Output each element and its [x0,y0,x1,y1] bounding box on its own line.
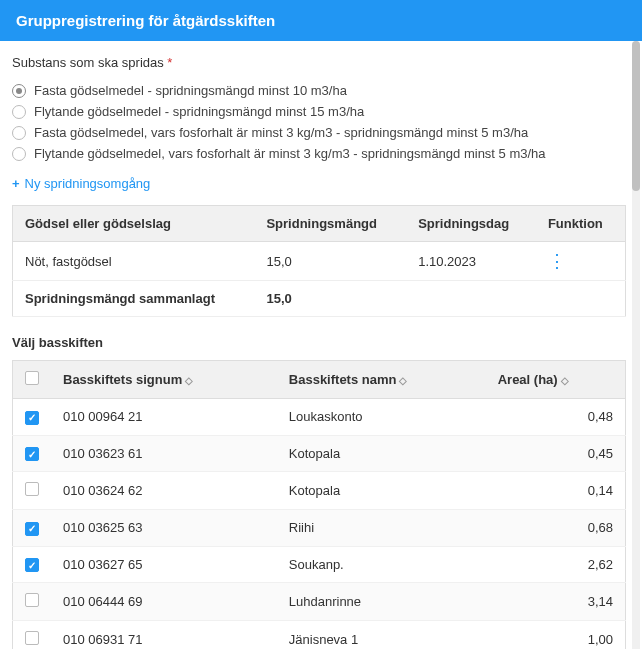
row-checkbox[interactable] [25,411,39,425]
cell-signum: 010 06444 69 [51,583,277,621]
cell-name: Kotopala [277,472,486,510]
parcel-row: 010 06444 69Luhdanrinne3,14 [13,583,626,621]
col-type: Gödsel eller gödselslag [13,206,255,242]
col-signum[interactable]: Basskiftets signum◇ [51,361,277,399]
col-amount: Spridningsmängd [254,206,406,242]
cell-area: 1,00 [486,621,626,650]
kebab-menu-icon[interactable]: ⋮ [548,251,566,271]
row-checkbox[interactable] [25,593,39,607]
parcel-row: 010 03627 65Soukanp.2,62 [13,546,626,583]
cell-name: Kotopala [277,435,486,472]
substance-option-2[interactable]: Fasta gödselmedel, vars fosforhalt är mi… [12,122,626,143]
scrollbar[interactable] [632,41,640,649]
row-checkbox[interactable] [25,447,39,461]
col-func: Funktion [536,206,626,242]
cell-name: Luhdanrinne [277,583,486,621]
col-name[interactable]: Basskiftets namn◇ [277,361,486,399]
godsel-total-row: Spridningsmängd sammanlagt 15,0 [13,281,626,317]
substance-option-0[interactable]: Fasta gödselmedel - spridningsmängd mins… [12,80,626,101]
cell-area: 3,14 [486,583,626,621]
radio-icon [12,105,26,119]
substance-radio-group: Fasta gödselmedel - spridningsmängd mins… [12,80,626,164]
godsel-table: Gödsel eller gödselslag Spridningsmängd … [12,205,626,317]
sort-icon: ◇ [399,375,407,386]
col-day: Spridningsdag [406,206,536,242]
cell-name: Soukanp. [277,546,486,583]
cell-area: 0,14 [486,472,626,510]
dialog-title: Gruppregistrering för åtgärdsskiften [16,12,275,29]
cell-name: Jänisneva 1 [277,621,486,650]
parcel-row: 010 03625 63Riihi0,68 [13,510,626,547]
godsel-row: Nöt, fastgödsel 15,0 1.10.2023 ⋮ [13,242,626,281]
radio-icon [12,147,26,161]
row-checkbox[interactable] [25,558,39,572]
cell-area: 0,48 [486,399,626,436]
substance-label: Substans som ska spridas * [12,55,626,70]
parcels-title: Välj basskiften [12,335,626,350]
sort-icon: ◇ [185,375,193,386]
dialog-header: Gruppregistrering för åtgärdsskiften [0,0,642,41]
cell-area: 0,68 [486,510,626,547]
sort-icon: ◇ [561,375,569,386]
cell-signum: 010 03624 62 [51,472,277,510]
scrollbar-thumb[interactable] [632,41,640,191]
parcel-row: 010 03624 62Kotopala0,14 [13,472,626,510]
cell-name: Riihi [277,510,486,547]
substance-option-3[interactable]: Flytande gödselmedel, vars fosforhalt är… [12,143,626,164]
cell-signum: 010 03623 61 [51,435,277,472]
parcel-row: 010 00964 21Loukaskonto0,48 [13,399,626,436]
parcels-table: Basskiftets signum◇ Basskiftets namn◇ Ar… [12,360,626,649]
radio-icon [12,126,26,140]
cell-signum: 010 06931 71 [51,621,277,650]
radio-icon [12,84,26,98]
cell-name: Loukaskonto [277,399,486,436]
dialog-content: Substans som ska spridas * Fasta gödselm… [0,41,642,649]
cell-area: 0,45 [486,435,626,472]
cell-signum: 010 03625 63 [51,510,277,547]
row-checkbox[interactable] [25,631,39,645]
cell-signum: 010 00964 21 [51,399,277,436]
row-checkbox[interactable] [25,482,39,496]
parcel-row: 010 06931 71Jänisneva 11,00 [13,621,626,650]
required-asterisk: * [167,55,172,70]
cell-area: 2,62 [486,546,626,583]
cell-signum: 010 03627 65 [51,546,277,583]
add-spreading-round-link[interactable]: Ny spridningsomgång [12,176,150,191]
parcel-row: 010 03623 61Kotopala0,45 [13,435,626,472]
row-checkbox[interactable] [25,522,39,536]
col-area[interactable]: Areal (ha)◇ [486,361,626,399]
substance-option-1[interactable]: Flytande gödselmedel - spridningsmängd m… [12,101,626,122]
select-all-checkbox[interactable] [25,371,39,385]
